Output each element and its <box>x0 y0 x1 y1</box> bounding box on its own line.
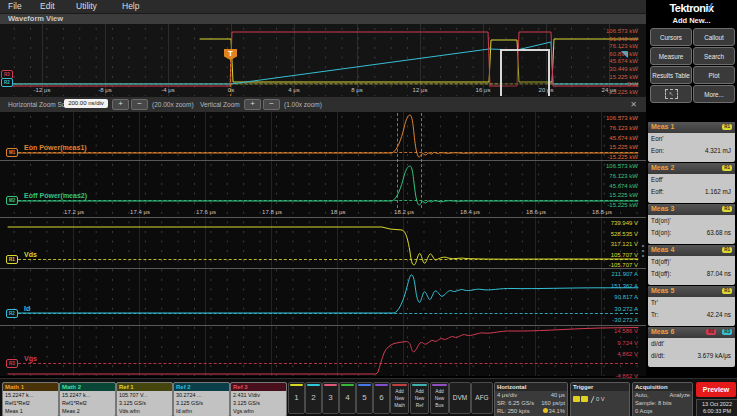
menu-item-help[interactable]: Help <box>122 1 139 12</box>
trace-badge-r1[interactable]: R1 <box>6 255 18 264</box>
measurement-name: Eoff' <box>651 176 663 183</box>
measurement-value: 4.321 mJ <box>705 147 731 154</box>
main-x-tick: 17.8 μs <box>262 209 282 215</box>
badge-header: Math 1 <box>3 383 58 391</box>
channel-button-6[interactable]: 6 <box>373 382 390 414</box>
badge-row: Meas 2 <box>62 408 80 414</box>
overview-ref-badge-r2[interactable]: R2 <box>1 78 13 87</box>
button-measure[interactable]: Measure <box>650 47 692 65</box>
add-new-ref-button[interactable]: AddNewRef <box>410 382 429 414</box>
add-button-line: New <box>411 396 428 401</box>
badge-row: 3.125 GS/s <box>176 400 203 406</box>
channel-number: 2 <box>306 393 321 402</box>
trace-ground-line-eoff-power-meas2- <box>8 200 638 201</box>
badge-row: Vgs.wfm <box>233 408 254 414</box>
badge-row: 105.707 V... <box>119 392 148 398</box>
source-chip-r1: R1 <box>722 165 732 171</box>
menu-bar: FileEditUtilityHelp <box>0 0 646 14</box>
slice-separator <box>0 160 646 161</box>
horizontal-zoom-plus-button[interactable]: + <box>112 99 129 110</box>
menu-item-file[interactable]: File <box>8 1 22 12</box>
measurement-title: Meas 4 <box>651 246 674 253</box>
scale-label-r1: 528.535 V <box>596 231 638 237</box>
menu-item-edit[interactable]: Edit <box>40 1 55 12</box>
tab-waveform-view[interactable]: Waveform View <box>8 14 63 24</box>
trace-ground-line-vds <box>8 259 638 260</box>
measurement-badge-1[interactable]: Meas 1R1Eon'Eon:4.321 mJ <box>648 122 735 162</box>
afg-button[interactable]: AFG <box>471 382 493 414</box>
panel-resize-handle[interactable]: ••• <box>641 243 645 259</box>
badge-ref-2[interactable]: Ref 230.2724 ...3.125 GS/sId.wfm <box>173 382 230 416</box>
button-results-table[interactable]: Results Table <box>650 66 692 84</box>
source-chip-r1: R1 <box>722 247 732 253</box>
vertical-zoom-minus-button[interactable]: − <box>263 99 280 110</box>
horizontal-zoom-scale-field[interactable]: 200.00 ns/div <box>64 99 108 108</box>
measurement-name: di/dt' <box>651 340 664 347</box>
button-search[interactable]: Search <box>693 47 735 65</box>
badge-ref-3[interactable]: Ref 32.431 V/div3.125 GS/sVgs.wfm <box>230 382 287 416</box>
channel-button-5[interactable]: 5 <box>356 382 373 414</box>
channel-button-4[interactable]: 4 <box>339 382 356 414</box>
measurement-badge-2[interactable]: Meas 2R1Eoff'Eoff:1.162 mJ <box>648 163 735 203</box>
trace-badge-r2[interactable]: R2 <box>6 309 18 318</box>
vgs-trace <box>8 328 638 375</box>
measurement-badge-4[interactable]: Meas 4R1Td(off)'Td(off):87.04 ns <box>648 245 735 285</box>
acquisition-panel[interactable]: Acquisition Auto,Analyze Sample: 8 bits … <box>632 382 693 416</box>
close-zoom-icon[interactable]: ✕ <box>628 99 639 110</box>
acq-count: 0 Acqs <box>635 408 652 416</box>
source-chip-r1: R1 <box>722 124 732 130</box>
trigger-panel[interactable]: Trigger 0 V <box>570 382 630 416</box>
badge-math-2[interactable]: Math 215.2247 k...Ref1*Ref2Meas 2 <box>59 382 116 416</box>
horizontal-zoom-minus-button[interactable]: − <box>131 99 148 110</box>
add-new-bus-button[interactable]: AddNewBus <box>430 382 449 414</box>
scale-label-m1: 76.123 kW <box>596 125 638 131</box>
preview-button[interactable]: Preview <box>696 382 736 397</box>
trigger-slope-icon <box>591 396 595 403</box>
badge-title: Math 2 <box>62 383 81 391</box>
scale-label-r2: 30.272 A <box>596 306 638 312</box>
measurement-title: Meas 6 <box>651 328 674 335</box>
button-cursors[interactable]: Cursors <box>650 28 692 46</box>
measurement-badge-3[interactable]: Meas 3R1Td(on)'Td(on):63.68 ns <box>648 204 735 244</box>
badge-math-1[interactable]: Math 115.2247 k...Ref1*Ref2Meas 1 <box>2 382 59 416</box>
overview-vds-trace <box>200 39 638 82</box>
overview-plot[interactable]: T ◥ -12 μs-8 μs-4 μs0s4 μs8 μs12 μs16 μs… <box>0 24 646 96</box>
scale-label-r2: 151.362 A <box>596 283 638 289</box>
measurement-badge-6[interactable]: Meas 6R3R2di/dt'di/dt:3.679 kA/μs <box>648 327 735 367</box>
channel-color-stripe <box>341 384 354 386</box>
zoomed-waveform-view[interactable]: 17.2 μs17.4 μs17.6 μs17.8 μs18 μs18.2 μs… <box>0 112 646 376</box>
channel-button-3[interactable]: 3 <box>322 382 339 414</box>
draw-a-box-button[interactable]: ↖ <box>650 85 692 103</box>
menu-item-utility[interactable]: Utility <box>76 1 97 12</box>
overview-x-tick: 8 μs <box>351 87 362 93</box>
badge-row: 3.125 GS/s <box>119 400 146 406</box>
measurement-badge-5[interactable]: Meas 5R1Tr'Tr:42.24 ns <box>648 286 735 326</box>
main-x-tick: 18.4 μs <box>460 209 480 215</box>
horizontal-panel[interactable]: Horizontal 4 μs/div40 μs SR: 6.25 GS/s16… <box>494 382 568 416</box>
badge-title: Ref 1 <box>119 383 134 391</box>
overview-x-tick: -4 μs <box>161 87 174 93</box>
button-more[interactable]: More... <box>693 85 735 103</box>
scale-label-r3: 9.724 V <box>596 340 638 346</box>
trace-badge-m2[interactable]: M2 <box>6 196 18 205</box>
right-panel: Tektronix Add New... CursorsCalloutMeasu… <box>646 0 737 378</box>
main-x-tick: 17.4 μs <box>130 209 150 215</box>
badge-ref-1[interactable]: Ref 1105.707 V...3.125 GS/sVds.wfm <box>116 382 173 416</box>
dvm-button[interactable]: DVM <box>449 382 471 414</box>
channel-button-2[interactable]: 2 <box>305 382 322 414</box>
overview-scale-label: 106.573 kW <box>596 28 638 34</box>
vertical-zoom-plus-button[interactable]: + <box>244 99 261 110</box>
add-new-math-button[interactable]: AddNewMath <box>390 382 409 414</box>
trace-badge-r3[interactable]: R3 <box>6 359 18 368</box>
button-plot[interactable]: Plot <box>693 66 735 84</box>
scale-label-m2: 45.674 kW <box>596 183 638 189</box>
scale-label-r3: 14.586 V <box>596 328 638 334</box>
measurement-name: Td(on)' <box>651 217 671 224</box>
sample-rate: SR: 6.25 GS/s <box>497 400 534 408</box>
trace-badge-m1[interactable]: M1 <box>6 148 18 157</box>
button-callout[interactable]: Callout <box>693 28 735 46</box>
measurement-row-label: Td(off): <box>651 270 671 277</box>
channel-button-1[interactable]: 1 <box>288 382 305 414</box>
scale-label-m1: 106.573 kW <box>596 115 638 121</box>
badge-header: Ref 3 <box>231 383 286 391</box>
